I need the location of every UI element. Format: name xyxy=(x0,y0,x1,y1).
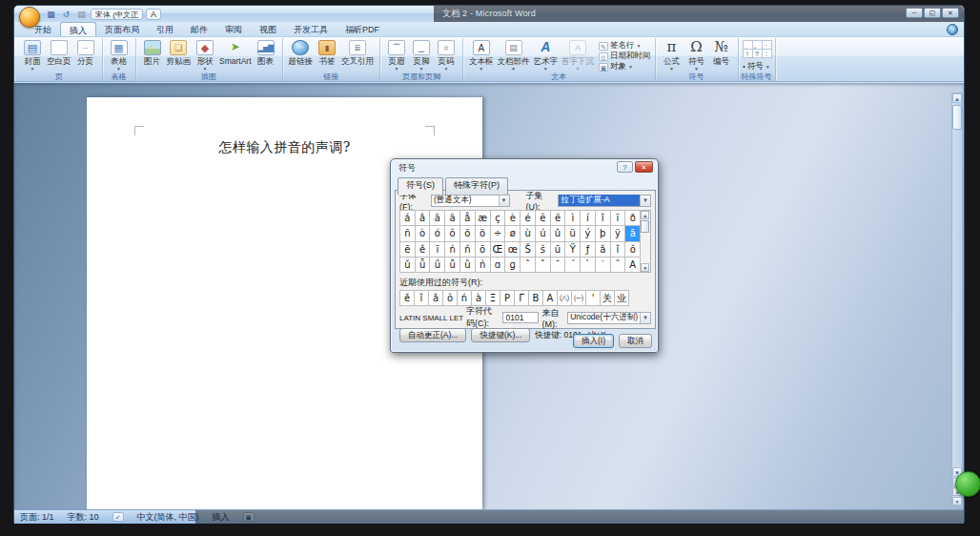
symbol-cell[interactable]: ɑ xyxy=(490,257,505,272)
symbol-cell[interactable]: ë xyxy=(550,211,565,226)
symbol-cell[interactable]: ˋ xyxy=(581,257,596,272)
symbol-cell[interactable]: ǜ xyxy=(459,257,475,272)
symbol-cell[interactable]: Œ xyxy=(490,241,505,257)
ribbon-tab-5[interactable]: 审阅 xyxy=(216,22,251,36)
symbol-cell[interactable]: ú xyxy=(535,226,550,241)
symbol-cell[interactable]: ˙ xyxy=(595,257,610,272)
ribbon-button-header[interactable]: ▔页眉▼ xyxy=(384,39,409,72)
symbol-cell[interactable]: î xyxy=(595,211,610,226)
symbol-cell[interactable]: ˇ xyxy=(535,257,550,272)
status-item[interactable]: 中文(简体, 中国) xyxy=(137,511,199,524)
symbol-cell[interactable]: ó xyxy=(430,226,445,241)
ribbon-tab-2[interactable]: 页面布局 xyxy=(96,22,148,36)
insert-button[interactable]: 插入(I) xyxy=(573,334,614,348)
symbol-cell[interactable]: œ xyxy=(505,241,521,257)
recent-symbol-cell[interactable]: Α xyxy=(542,290,558,306)
symbol-cell[interactable]: ň xyxy=(459,241,475,257)
scroll-up-icon[interactable]: ▲ xyxy=(952,93,962,103)
symbol-cell[interactable]: ˉ xyxy=(550,257,565,272)
symbol-cell[interactable]: ä xyxy=(445,211,460,226)
scrollbar-thumb[interactable] xyxy=(641,220,649,233)
scrollbar-thumb[interactable] xyxy=(952,105,962,130)
symbol-cell[interactable]: ù xyxy=(521,226,536,241)
symbol-cell[interactable]: õ xyxy=(459,226,475,241)
symbol-cell[interactable]: ü xyxy=(565,226,581,241)
ribbon-button-equation[interactable]: π公式▼ xyxy=(660,39,684,72)
from-dropdown[interactable]: Unicode(十六进制) ▼ xyxy=(567,312,651,324)
symbol-cell[interactable]: ò xyxy=(415,226,430,241)
ribbon-button-wordart[interactable]: A艺术字▼ xyxy=(532,39,561,72)
ribbon-button-clipart[interactable]: ❏剪贴画 xyxy=(165,39,194,66)
ribbon-button-page-break[interactable]: ┄分页 xyxy=(73,39,98,66)
ribbon-button-picture[interactable]: ☀图片 xyxy=(140,39,165,66)
recent-symbol-cell[interactable]: ń xyxy=(457,290,472,306)
ribbon-button-cross-reference[interactable]: ≣交叉引用 xyxy=(339,39,376,66)
symbol-cell[interactable]: ń xyxy=(445,241,460,257)
recent-symbol-cell[interactable]: 业 xyxy=(614,290,629,306)
recent-symbol-cell[interactable]: ǐ xyxy=(414,290,429,306)
symbol-cell-selected[interactable]: ā xyxy=(625,226,641,241)
ribbon-button-hyperlink[interactable]: ◠超链接 xyxy=(287,39,316,66)
scroll-down-icon[interactable]: ▼ xyxy=(641,263,649,272)
dialog-help-icon[interactable]: ? xyxy=(617,161,633,173)
symbol-cell[interactable]: ð xyxy=(625,211,641,226)
ribbon-button-symbol[interactable]: Ω符号▼ xyxy=(684,39,709,72)
browse-next-icon[interactable]: ▼ xyxy=(952,497,962,505)
recent-symbol-cell[interactable]: ' xyxy=(585,290,601,306)
scroll-up-icon[interactable]: ▲ xyxy=(641,211,649,219)
ribbon-button-shapes[interactable]: ◆形状▼ xyxy=(193,39,217,72)
symbol-cell[interactable]: ø xyxy=(505,226,521,241)
symbol-cell[interactable]: ï xyxy=(610,211,625,226)
symbol-cell[interactable]: û xyxy=(550,226,565,241)
ribbon-button-date-time[interactable]: ⊙日期和时间 xyxy=(599,52,651,61)
ribbon-button-footer[interactable]: ▁页脚▼ xyxy=(409,39,434,72)
symbol-cell[interactable]: ū xyxy=(550,241,565,257)
symbol-cell[interactable]: ˜ xyxy=(610,257,625,272)
symbol-cell[interactable]: ˊ xyxy=(565,257,581,272)
minimize-button[interactable]: ─ xyxy=(906,8,923,18)
ribbon-tab-8[interactable]: 福昕PDF xyxy=(337,22,388,36)
recent-symbol-cell[interactable]: ǒ xyxy=(442,290,458,306)
cancel-button[interactable]: 取消 xyxy=(619,334,652,348)
character-code-input[interactable] xyxy=(502,312,539,323)
recent-symbol-cell[interactable]: Γ xyxy=(514,290,529,306)
chevron-down-icon[interactable]: ▼ xyxy=(499,196,509,206)
dialog-tab-0[interactable]: 符号(S) xyxy=(398,177,443,195)
symbol-cell[interactable]: ǎ xyxy=(595,241,610,257)
ribbon-button-blank-page[interactable]: 空白页 xyxy=(45,39,73,66)
ribbon-tab-3[interactable]: 引用 xyxy=(148,22,182,36)
ribbon-button-bookmark[interactable]: ▮书签 xyxy=(315,39,339,66)
symbol-cell[interactable]: Α xyxy=(625,257,641,272)
ribbon-button-smartart[interactable]: ➤SmartArt xyxy=(217,39,254,66)
subset-dropdown[interactable]: 拉丁语扩展-A ▼ xyxy=(558,195,651,207)
recent-symbol-cell[interactable]: à xyxy=(471,290,486,306)
ribbon-button-table[interactable]: ▦表格▼ xyxy=(107,39,132,72)
ribbon-tab-6[interactable]: 视图 xyxy=(251,22,285,36)
symbol-cell[interactable]: ÿ xyxy=(610,226,625,241)
symbol-cell[interactable]: ǚ xyxy=(445,257,460,272)
dialog-tab-1[interactable]: 特殊字符(P) xyxy=(445,177,508,195)
close-button[interactable]: ✕ xyxy=(942,8,959,18)
symbol-cell[interactable]: ē xyxy=(400,241,416,257)
ribbon-button-page-number[interactable]: #页码▼ xyxy=(434,39,459,72)
ribbon-button-chart[interactable]: ▂▅▇图表 xyxy=(254,39,278,66)
symbol-cell[interactable]: ō xyxy=(475,241,490,257)
ribbon-button-text-box[interactable]: A文本框▼ xyxy=(467,39,496,72)
symbol-cell[interactable]: ǘ xyxy=(430,257,445,272)
symbol-cell[interactable]: ƒ xyxy=(581,241,596,257)
document-text[interactable]: 怎样输入拼音的声调? xyxy=(87,139,482,156)
recent-symbol-cell[interactable]: ㈠ xyxy=(571,290,586,306)
ribbon-button-cover-page[interactable]: ▤封面▼ xyxy=(20,39,45,72)
chevron-down-icon[interactable]: ▼ xyxy=(640,196,650,206)
ribbon-button-quick-parts[interactable]: ▤文档部件▼ xyxy=(496,39,532,72)
ribbon-tab-1[interactable]: 插入 xyxy=(60,22,96,36)
restore-button[interactable]: ◱ xyxy=(924,8,941,18)
symbol-cell[interactable]: â xyxy=(415,211,430,226)
status-item[interactable]: 字数: 10 xyxy=(68,511,99,524)
symbol-cell[interactable]: ǐ xyxy=(610,241,625,257)
shortcut-key-button[interactable]: 快捷键(K)... xyxy=(471,328,530,342)
symbol-cell[interactable]: å xyxy=(459,211,475,226)
symbol-cell[interactable]: ɡ xyxy=(505,257,521,272)
symbol-cell[interactable]: ī xyxy=(430,241,445,257)
symbol-cell[interactable]: ˆ xyxy=(521,257,536,272)
